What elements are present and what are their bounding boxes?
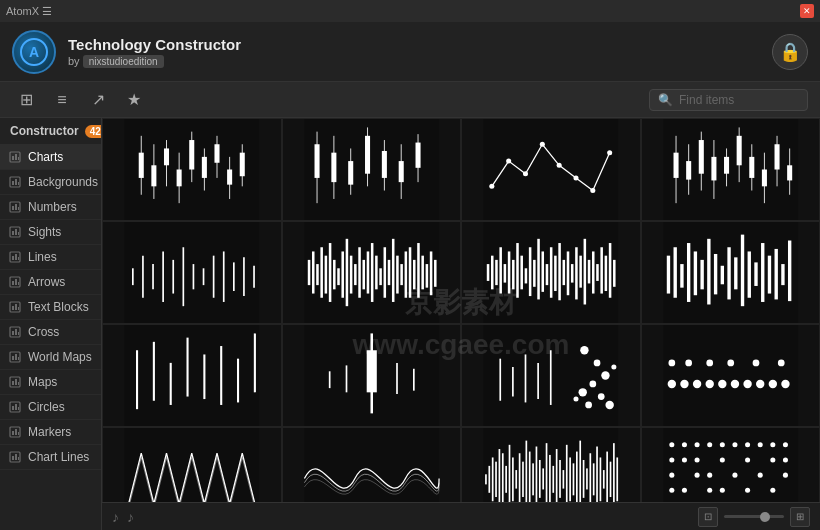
svg-rect-274: [512, 457, 514, 501]
search-box[interactable]: 🔍: [649, 89, 808, 111]
svg-rect-157: [417, 243, 420, 298]
svg-point-239: [573, 397, 578, 402]
svg-rect-150: [387, 260, 390, 285]
chart-cell-8[interactable]: [641, 221, 821, 324]
music-icon-1[interactable]: ♪: [112, 509, 119, 525]
svg-rect-34: [15, 354, 17, 360]
svg-rect-37: [12, 381, 14, 385]
search-input[interactable]: [679, 93, 799, 107]
svg-rect-212: [781, 264, 784, 285]
svg-point-88: [506, 159, 511, 164]
toolbar-btn-favorite[interactable]: ★: [120, 86, 148, 114]
svg-rect-301: [603, 470, 605, 489]
svg-point-258: [685, 360, 692, 367]
svg-rect-54: [139, 153, 144, 178]
svg-rect-3: [18, 157, 19, 160]
svg-rect-41: [12, 406, 14, 410]
svg-rect-283: [542, 468, 544, 489]
sidebar-item-lines[interactable]: Lines: [0, 245, 101, 270]
sidebar-item-world-maps[interactable]: World Maps: [0, 345, 101, 370]
svg-rect-35: [18, 357, 19, 360]
toolbar-btn-list[interactable]: ≡: [48, 86, 76, 114]
svg-point-330: [669, 488, 674, 493]
chart-cell-2[interactable]: [282, 118, 462, 221]
sidebar-label-arrows: Arrows: [28, 275, 65, 289]
svg-point-232: [594, 360, 601, 367]
svg-point-250: [705, 380, 713, 388]
svg-rect-286: [552, 466, 554, 493]
svg-point-310: [707, 442, 712, 447]
svg-point-256: [781, 380, 789, 388]
zoom-handle[interactable]: [760, 512, 770, 522]
svg-rect-19: [18, 257, 19, 260]
content-area: 京影素材 www.cgaee.com ♪ ♪ ⊡ ⊞: [102, 118, 820, 530]
sidebar-item-chart-lines[interactable]: Chart Lines: [0, 445, 101, 470]
sidebar-label-sights: Sights: [28, 225, 61, 239]
chart-cell-3[interactable]: [461, 118, 641, 221]
sidebar: Constructor 428 Charts: [0, 118, 102, 530]
svg-rect-58: [164, 148, 169, 165]
svg-rect-70: [240, 153, 245, 177]
sidebar-item-text-blocks[interactable]: Text Blocks: [0, 295, 101, 320]
svg-rect-173: [529, 247, 532, 296]
svg-point-325: [694, 473, 699, 478]
svg-point-320: [719, 457, 724, 462]
sidebar-label-circles: Circles: [28, 400, 65, 414]
sidebar-label-charts: Charts: [28, 150, 63, 164]
chart-cell-7[interactable]: [461, 221, 641, 324]
zoom-out-btn[interactable]: ⊡: [698, 507, 718, 527]
toolbar: ⊞ ≡ ↗ ★ 🔍: [0, 82, 820, 118]
svg-rect-147: [375, 256, 378, 290]
svg-rect-155: [408, 247, 411, 298]
sidebar-item-circles[interactable]: Circles: [0, 395, 101, 420]
svg-point-260: [727, 360, 734, 367]
sidebar-item-sights[interactable]: Sights: [0, 220, 101, 245]
chart-cell-5[interactable]: [102, 221, 282, 324]
toolbar-btn-sliders[interactable]: ⊞: [12, 86, 40, 114]
chart-cell-11[interactable]: [461, 324, 641, 427]
svg-rect-201: [707, 239, 710, 305]
chart-cell-6[interactable]: [282, 221, 462, 324]
account-button[interactable]: 🔒: [772, 34, 808, 70]
sidebar-item-maps[interactable]: Maps: [0, 370, 101, 395]
sidebar-label-lines: Lines: [28, 250, 57, 264]
svg-point-334: [745, 488, 750, 493]
sidebar-item-cross[interactable]: Cross: [0, 320, 101, 345]
header: A Technology Constructor by nixstudioedi…: [0, 22, 820, 82]
svg-rect-105: [724, 157, 729, 174]
close-button[interactable]: ✕: [800, 4, 814, 18]
svg-point-327: [732, 473, 737, 478]
svg-rect-151: [391, 239, 394, 302]
chart-cell-12[interactable]: [641, 324, 821, 427]
svg-point-87: [489, 184, 494, 189]
svg-rect-288: [559, 460, 561, 498]
chart-cell-9[interactable]: [102, 324, 282, 427]
sidebar-icon-cross: [8, 325, 22, 339]
svg-point-249: [692, 380, 700, 388]
zoom-in-btn[interactable]: ⊞: [790, 507, 810, 527]
svg-rect-139: [341, 251, 344, 297]
svg-rect-46: [15, 429, 17, 435]
sidebar-label-maps: Maps: [28, 375, 57, 389]
chart-cell-4[interactable]: [641, 118, 821, 221]
toolbar-btn-export[interactable]: ↗: [84, 86, 112, 114]
sidebar-item-backgrounds[interactable]: Backgrounds: [0, 170, 101, 195]
sidebar-item-arrows[interactable]: Arrows: [0, 270, 101, 295]
svg-rect-182: [567, 251, 570, 295]
chart-cell-10[interactable]: [282, 324, 462, 427]
sidebar-item-numbers[interactable]: Numbers: [0, 195, 101, 220]
music-icon-2[interactable]: ♪: [127, 509, 134, 525]
svg-rect-13: [12, 231, 14, 235]
svg-rect-49: [12, 456, 14, 460]
chart-cell-1[interactable]: [102, 118, 282, 221]
svg-rect-280: [532, 463, 534, 495]
sidebar-item-charts[interactable]: Charts: [0, 145, 101, 170]
svg-rect-289: [563, 470, 565, 489]
svg-rect-156: [412, 260, 415, 289]
svg-point-332: [707, 488, 712, 493]
zoom-slider[interactable]: [724, 515, 784, 518]
svg-rect-14: [15, 229, 17, 235]
sidebar-item-markers[interactable]: Markers: [0, 420, 101, 445]
svg-point-237: [605, 401, 613, 409]
svg-point-312: [732, 442, 737, 447]
